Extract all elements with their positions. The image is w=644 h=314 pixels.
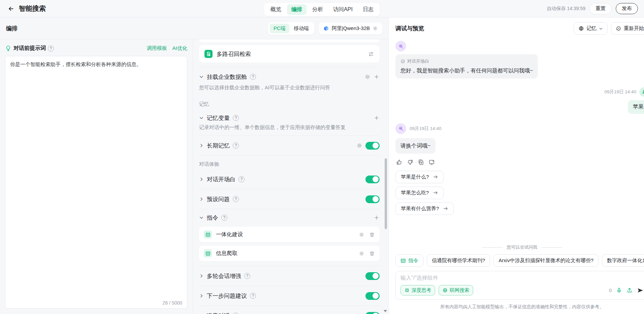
plus-icon[interactable] [374, 115, 380, 121]
thumbs-up-icon[interactable] [396, 159, 402, 165]
try-chip[interactable]: 数字政府一体化112 [602, 254, 644, 267]
top-bar: 智能搜索 概览 编排 分析 访问API 日志 自动保存 14:39:59 重置 … [0, 0, 644, 18]
tab-orchestrate[interactable]: 编排 [287, 4, 307, 15]
suggestion-chip[interactable]: 苹果有什么营养? [395, 202, 454, 215]
gear-icon[interactable] [359, 251, 364, 256]
command-item-card[interactable]: 信息爬取 [199, 246, 380, 261]
config-row-memory-variable[interactable]: 记忆变量 [199, 109, 380, 126]
try-chip[interactable]: 信通院有哪些学术期刊? [427, 254, 490, 267]
upload-icon[interactable] [626, 287, 633, 293]
trash-icon[interactable] [369, 251, 375, 256]
arrow-right-icon [433, 174, 438, 180]
tab-analysis[interactable]: 分析 [308, 4, 327, 15]
multi-turn-toggle[interactable] [365, 272, 380, 280]
section-label-memory: 记忆 [199, 96, 380, 109]
deep-think-chip[interactable]: 深度思考 [400, 285, 435, 295]
chevron-right-icon [199, 293, 204, 298]
model-selector[interactable]: 阿里|Qwen3-32B [319, 23, 382, 34]
debug-title: 调试与预览 [395, 25, 424, 32]
help-icon[interactable] [233, 196, 239, 202]
help-icon[interactable] [233, 115, 239, 121]
web-search-chip[interactable]: 联网搜索 [439, 285, 473, 295]
gear-icon[interactable] [364, 74, 371, 80]
tab-api[interactable]: 访问API [329, 4, 357, 15]
config-scrollbar[interactable] [385, 158, 387, 229]
deep-think-icon [405, 288, 410, 293]
device-option-pc[interactable]: PC端 [270, 24, 289, 33]
thumbs-down-icon[interactable] [407, 159, 413, 165]
tab-overview[interactable]: 概览 [266, 4, 286, 15]
chat-area: 对话开场白 您好，我是智能搜索小助手，有任何问题都可以问我哦~ 09月19日 1… [389, 39, 644, 250]
chevron-down-icon [599, 27, 603, 31]
chevron-right-icon [199, 177, 204, 182]
ai-optimize-link[interactable]: AI优化 [172, 45, 187, 52]
suggestion-chip[interactable]: 苹果是什么? [395, 171, 444, 183]
model-settings-gear-icon[interactable] [373, 26, 378, 31]
screen-share-icon[interactable] [428, 159, 435, 165]
restart-icon [616, 26, 621, 31]
autosave-status: 自动保存 14:39:59 [547, 6, 585, 12]
config-row-commands[interactable]: 指令 [199, 209, 380, 226]
plus-icon[interactable] [374, 74, 380, 80]
help-icon[interactable] [233, 143, 239, 149]
chevron-right-icon [199, 274, 204, 278]
gear-icon[interactable] [359, 232, 364, 238]
user-message-bubble: 苹果 [628, 100, 644, 114]
trash-icon[interactable] [369, 232, 375, 238]
copy-icon[interactable] [418, 159, 424, 165]
bot-avatar [395, 41, 406, 52]
config-row-preset-questions[interactable]: 预设问题 [199, 189, 380, 209]
bot-avatar [395, 123, 406, 134]
retrieval-card[interactable]: 多路召回检索 [199, 45, 380, 63]
help-icon[interactable] [244, 273, 250, 279]
long-memory-toggle[interactable] [365, 142, 380, 150]
opening-toggle[interactable] [365, 176, 380, 183]
prompt-panel: 对话前提示词 调用模板 AI优化 你是一个智能检索助手，擅长检索和分析各种来源的… [0, 39, 193, 314]
config-row-long-memory[interactable]: 长期记忆 [199, 136, 380, 155]
help-icon[interactable] [238, 176, 245, 182]
config-row-opening[interactable]: 对话开场白 [199, 169, 380, 189]
publish-button[interactable]: 发布 [616, 3, 638, 14]
prompt-textarea[interactable]: 你是一个智能检索助手，擅长检索和分析各种来源的信息。 [5, 56, 187, 308]
debug-panel: 调试与预览 记忆 重新开始 [388, 18, 644, 314]
help-icon[interactable] [48, 45, 54, 52]
opening-tag-label: 对话开场白 [407, 58, 429, 65]
lightbulb-icon [5, 45, 11, 52]
preset-toggle[interactable] [365, 195, 380, 203]
back-button[interactable] [6, 4, 16, 14]
config-row-voice[interactable]: 语音对话 [199, 306, 380, 314]
command-chip[interactable]: 指令 [395, 254, 423, 267]
help-icon[interactable] [221, 215, 227, 221]
voice-toggle[interactable] [365, 312, 380, 314]
help-icon[interactable] [250, 74, 256, 80]
model-cube-icon [323, 26, 329, 31]
send-icon[interactable] [637, 287, 644, 294]
config-row-mount-dataspace[interactable]: 挂载企业数据舱 [199, 67, 380, 87]
suggestion-chip[interactable]: 苹果怎么吃? [395, 187, 444, 199]
gear-icon[interactable] [356, 143, 362, 149]
bot-message-time: 09月19日 14:40 [410, 126, 442, 132]
tab-logs[interactable]: 日志 [358, 4, 378, 15]
next-suggestion-toggle[interactable] [365, 292, 380, 300]
config-row-multi-turn[interactable]: 多轮会话增强 [199, 266, 380, 286]
restart-button[interactable]: 重新开始 [611, 22, 644, 35]
device-option-mobile[interactable]: 移动端 [290, 24, 313, 33]
user-message-time: 09月19日 14:40 [604, 89, 636, 95]
config-row-next-suggestion[interactable]: 下一步问题建议 [199, 286, 380, 306]
plus-icon[interactable] [374, 215, 380, 221]
help-icon[interactable] [233, 313, 239, 314]
memory-dropdown-button[interactable]: 记忆 [574, 22, 608, 35]
try-chip[interactable]: Arxiv中涉及扫描探针显微术的论文有哪些? [493, 254, 599, 267]
swap-icon[interactable] [368, 51, 374, 57]
scroll-down-arrow-icon[interactable] [384, 310, 387, 312]
try-question-chips: 指令 信通院有哪些学术期刊? Arxiv中涉及扫描探针显微术的论文有哪些? 数字… [389, 250, 644, 267]
mic-icon[interactable] [616, 287, 622, 293]
call-template-link[interactable]: 调用模板 [147, 45, 167, 52]
smiley-icon [400, 59, 405, 64]
chevron-down-icon [199, 116, 204, 120]
chat-input[interactable] [400, 275, 644, 281]
help-icon[interactable] [250, 293, 256, 299]
command-item-card[interactable]: 一体化建设 [199, 227, 380, 242]
config-row-desc: 记录对话中的一维、单个数据信息，便于应用依据存储的变量答复 [199, 124, 380, 135]
reset-button[interactable]: 重置 [589, 3, 612, 14]
